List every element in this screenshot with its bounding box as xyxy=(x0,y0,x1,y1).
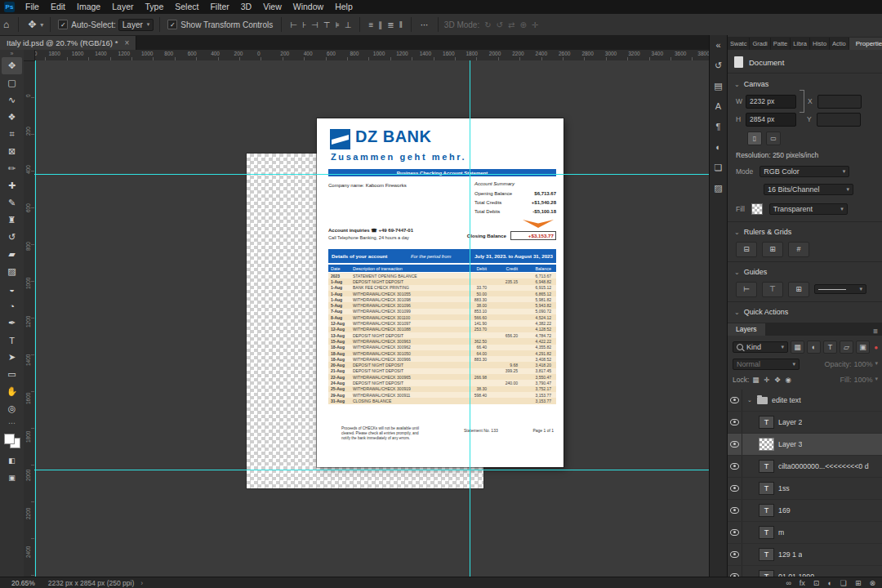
layer-row[interactable]: T 169 xyxy=(728,500,882,522)
menu-item[interactable]: Layer xyxy=(106,0,139,14)
visibility-eye-icon[interactable] xyxy=(728,434,742,455)
tool-preset-chevron-icon[interactable]: ▾ xyxy=(39,21,44,29)
menu-item[interactable]: Window xyxy=(287,0,329,14)
options-ellipsis-icon[interactable]: ⋯ xyxy=(417,20,432,29)
filter-shape-icon[interactable]: ▱ xyxy=(840,341,853,354)
filter-toggle-icon[interactable]: ● xyxy=(874,344,878,351)
fill-dropdown[interactable]: Transparent▾ xyxy=(769,203,848,215)
panel-color-icon[interactable]: ▨ xyxy=(711,181,726,194)
pen-tool[interactable]: ✒ xyxy=(2,314,22,332)
panel-character-icon[interactable]: A xyxy=(711,100,726,113)
panel-history-icon[interactable]: ↺ xyxy=(711,59,726,72)
color-mode-dropdown[interactable]: RGB Color▾ xyxy=(760,166,849,177)
panel-libraries-icon[interactable]: ❏ xyxy=(711,161,726,174)
auto-select-dropdown[interactable]: Layer▾ xyxy=(118,19,154,31)
brush-tool[interactable]: ✎ xyxy=(2,194,22,212)
align-right-icon[interactable]: ⊣ xyxy=(309,20,321,29)
3d-rotate-icon[interactable]: ↻ xyxy=(482,20,493,29)
layer-row[interactable]: T Layer 2 xyxy=(728,412,882,434)
path-selection-tool[interactable]: ➤ xyxy=(2,349,22,366)
foreground-color-chip[interactable] xyxy=(4,434,15,444)
move-tool[interactable]: ✥ xyxy=(2,57,22,74)
guides-section-header[interactable]: ⌄Guides xyxy=(728,265,882,278)
toggle-snap-button[interactable]: # xyxy=(788,242,809,257)
history-brush-tool[interactable]: ↺ xyxy=(2,229,22,246)
align-left-icon[interactable]: ⊢ xyxy=(287,20,300,29)
layer-filter-kind-dropdown[interactable]: Kind ▾ xyxy=(733,341,788,353)
3d-roll-icon[interactable]: ↺ xyxy=(494,20,506,29)
link-layers-icon[interactable]: ∞ xyxy=(786,579,791,587)
ruler-origin-corner[interactable] xyxy=(24,50,35,61)
toggle-grid-button[interactable]: ⊞ xyxy=(762,242,783,257)
edit-toolbar-icon[interactable]: ⋯ xyxy=(2,417,22,429)
dodge-tool[interactable]: ◔ xyxy=(2,297,22,314)
quick-actions-section-header[interactable]: ⌄Quick Actions xyxy=(728,305,882,318)
menu-item[interactable]: Image xyxy=(71,0,106,14)
panel-menu-icon[interactable]: ≡ xyxy=(873,327,878,336)
screen-mode-button[interactable]: ▣ xyxy=(2,469,22,486)
lock-pixels-icon[interactable]: ✛ xyxy=(764,376,769,384)
layer-row[interactable]: T Layer 3 xyxy=(728,434,882,456)
move-tool-icon[interactable]: ✥ xyxy=(24,19,39,30)
home-icon[interactable]: ⌂ xyxy=(0,19,12,30)
panel-adjustments-icon[interactable]: ◐ xyxy=(711,140,726,154)
menu-item[interactable]: Filter xyxy=(204,0,234,14)
filter-smart-icon[interactable]: ▣ xyxy=(856,341,870,354)
align-center-v-icon[interactable]: ⊧ xyxy=(333,20,342,29)
gradient-tool[interactable]: ▨ xyxy=(2,263,22,280)
new-group-icon[interactable]: ❏ xyxy=(840,579,847,587)
fill-swatch[interactable] xyxy=(751,203,763,215)
guide-layout-button[interactable]: ⊞ xyxy=(788,282,809,297)
menu-item[interactable]: File xyxy=(20,0,45,14)
document-page[interactable]: DZ BANK Zusammen geht mehr. Business Che… xyxy=(317,118,564,467)
link-dimensions-icon[interactable] xyxy=(800,90,804,113)
menu-item[interactable]: 3D xyxy=(235,0,257,14)
marquee-tool[interactable]: ▢ xyxy=(2,74,22,91)
3d-pan-icon[interactable]: ⇄ xyxy=(506,20,517,29)
horizontal-guide[interactable] xyxy=(34,470,709,470)
tab-layers[interactable]: Layers xyxy=(728,323,765,336)
layer-fill-value[interactable]: 100% xyxy=(853,376,872,384)
visibility-eye-icon[interactable] xyxy=(728,412,742,433)
3d-slide-icon[interactable]: ⊕ xyxy=(517,20,528,29)
eyedropper-tool[interactable]: ✏ xyxy=(2,160,22,177)
filter-pixel-icon[interactable]: ▦ xyxy=(791,341,804,354)
vertical-guide[interactable] xyxy=(470,60,470,577)
menu-item[interactable]: Type xyxy=(139,0,169,14)
distribute-v-icon[interactable]: ≡ xyxy=(366,20,376,29)
panel-tab[interactable]: Histo xyxy=(810,38,830,50)
canvas-area[interactable]: DZ BANK Zusammen geht mehr. Business Che… xyxy=(34,60,709,577)
layer-row[interactable]: ⌄ T edite text xyxy=(728,390,882,412)
new-layer-icon[interactable]: ⊞ xyxy=(855,579,862,587)
distribute-h-icon[interactable]: ∥ xyxy=(376,20,385,29)
blend-mode-dropdown[interactable]: Normal▾ xyxy=(733,359,800,370)
rulers-grids-section-header[interactable]: ⌄Rulers & Grids xyxy=(728,225,882,238)
zoom-level-field[interactable]: 20.65% xyxy=(11,579,35,587)
panel-info-icon[interactable]: ▤ xyxy=(711,79,726,92)
visibility-eye-icon[interactable] xyxy=(728,500,742,521)
canvas-height-field[interactable]: 2854 px xyxy=(746,113,796,127)
opacity-value[interactable]: 100% xyxy=(853,360,872,368)
menu-item[interactable]: Help xyxy=(329,0,359,14)
group-chevron-icon[interactable]: ⌄ xyxy=(747,397,753,403)
quick-mask-button[interactable]: ◧ xyxy=(2,452,22,469)
panel-tab[interactable]: Gradi xyxy=(750,38,770,50)
hand-tool[interactable]: ✋ xyxy=(2,383,22,400)
quick-selection-tool[interactable]: ❖ xyxy=(2,109,22,126)
bit-depth-dropdown[interactable]: 16 Bits/Channel▾ xyxy=(764,184,853,195)
collapse-panels-icon[interactable]: « xyxy=(711,38,726,51)
canvas-width-field[interactable]: 2232 px xyxy=(746,95,796,109)
delete-layer-icon[interactable]: ⊗ xyxy=(869,579,875,587)
filter-type-icon[interactable]: T xyxy=(823,341,837,354)
add-layer-mask-icon[interactable]: ⊡ xyxy=(813,579,820,587)
adjustment-layer-icon[interactable]: ◐ xyxy=(827,579,831,587)
new-vertical-guide-button[interactable]: ⊢ xyxy=(736,282,757,297)
lock-all-icon[interactable]: ◉ xyxy=(786,376,791,384)
visibility-eye-icon[interactable] xyxy=(728,456,742,477)
visibility-eye-icon[interactable] xyxy=(728,390,742,411)
layer-row[interactable]: T 1ss xyxy=(728,478,882,500)
show-transform-checkbox[interactable]: ✓ xyxy=(167,20,177,29)
canvas-section-header[interactable]: ⌄ Canvas xyxy=(728,78,882,91)
lock-position-icon[interactable]: ✥ xyxy=(774,376,780,384)
vertical-guide[interactable] xyxy=(35,60,36,577)
